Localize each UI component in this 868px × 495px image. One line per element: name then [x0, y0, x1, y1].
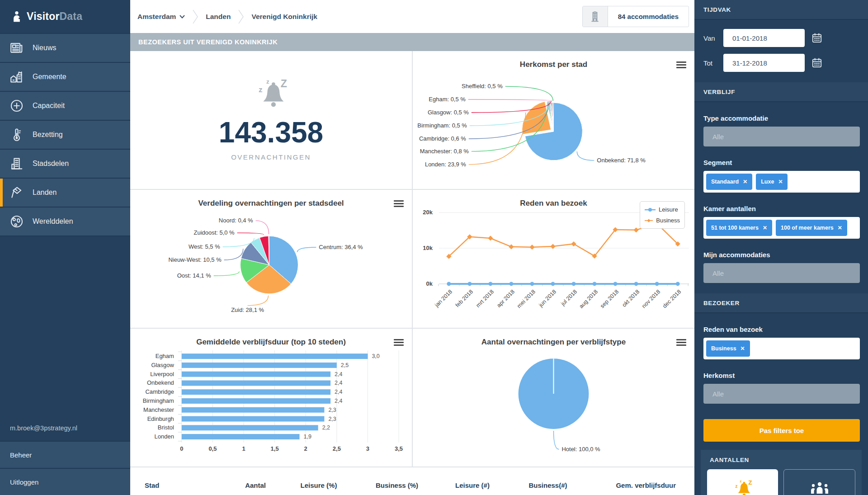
kpi-value: 143.358: [219, 118, 323, 147]
sidebar-item-label: Capaciteit: [33, 102, 65, 110]
svg-text:nov 2018: nov 2018: [641, 288, 661, 309]
breadcrumb-country: Verenigd Koninkrijk: [251, 13, 317, 21]
chart-card-stadsdeel: Verdeling overnachtingen per stadsdeel C…: [130, 190, 412, 328]
chip-remove-icon[interactable]: ✕: [743, 179, 747, 185]
breadcrumb-separator-icon: [192, 9, 198, 24]
kpi-label: OVERNACHTINGEN: [231, 153, 311, 161]
reden-van-bezoek-select[interactable]: Business✕: [703, 338, 860, 359]
svg-text:Noord: 0,4 %: Noord: 0,4 %: [219, 217, 253, 224]
dashboard-grid: z z Z 143.358 OVERNACHTINGEN Herkomst pe…: [130, 51, 694, 495]
filter-label-mijn: Mijn accommodaties: [703, 251, 860, 259]
herkomst-select[interactable]: Alle: [703, 384, 860, 404]
table-header-leisure-pct: Leisure (%): [292, 481, 346, 489]
svg-text:okt 2018: okt 2018: [621, 288, 641, 308]
plus-circle-icon: [9, 98, 24, 113]
segment-select[interactable]: Standaard✕ Luxe✕: [703, 171, 860, 193]
svg-text:jan 2018: jan 2018: [434, 288, 453, 308]
table-header-leisure-num: Leisure (#): [445, 481, 500, 489]
svg-text:Londen: Londen: [155, 433, 174, 440]
chip-remove-icon[interactable]: ✕: [838, 225, 842, 231]
svg-text:z: z: [266, 78, 269, 85]
aantallen-panel: AANTALLEN z z Z: [701, 450, 862, 495]
newspaper-icon: [9, 40, 24, 56]
filter-chip-51-100[interactable]: 51 tot 100 kamers✕: [706, 220, 772, 236]
calendar-icon[interactable]: [811, 32, 823, 44]
svg-text:Onbekend: Onbekend: [147, 379, 174, 386]
sidebar-footer: m.broek@3pstrategy.nl Beheer Uitloggen: [0, 415, 130, 495]
svg-text:2,4: 2,4: [335, 371, 342, 377]
sleeping-bell-icon: z z Z: [251, 76, 291, 112]
kamer-aantallen-select[interactable]: 51 tot 100 kamers✕ 100 of meer kamers✕: [703, 217, 860, 239]
svg-text:2,4: 2,4: [335, 380, 342, 386]
apply-filters-button[interactable]: Pas filters toe: [703, 419, 860, 442]
sidebar-item-beheer[interactable]: Beheer: [0, 441, 130, 468]
verblijfstype-pie-chart: Hotel: 100,0 %: [413, 329, 694, 467]
filter-chip-business[interactable]: Business✕: [706, 340, 750, 357]
table-header-stad: Stad: [145, 481, 160, 489]
building-icon: [9, 156, 24, 171]
svg-text:10k: 10k: [423, 245, 433, 251]
herkomst-pie-chart: Onbekend: 71,8 %Londen: 23,9 %Manchester…: [413, 51, 694, 189]
calendar-icon[interactable]: [811, 57, 823, 69]
page-title: BEZOEKERS UIT VERENIGD KONINKRIJK: [130, 33, 694, 51]
people-icon: [809, 481, 830, 495]
sidebar-item-bezetting[interactable]: Bezetting: [0, 121, 130, 150]
type-accommodatie-select[interactable]: Alle: [703, 127, 860, 146]
thermometer-icon: [9, 127, 24, 142]
svg-text:2,5: 2,5: [333, 445, 341, 452]
data-table-header: Stad Aantal Leisure (%) Business (%) Lei…: [130, 467, 694, 495]
svg-text:jun 2018: jun 2018: [538, 288, 557, 308]
table-header-business-num: Business(#): [521, 481, 575, 489]
chip-remove-icon[interactable]: ✕: [763, 225, 767, 231]
svg-text:Liverpool: Liverpool: [150, 371, 174, 377]
chart-card-herkomst-per-stad: Herkomst per stad Onbekend: 71,8 %Londen…: [413, 51, 694, 189]
svg-text:mei 2018: mei 2018: [516, 288, 537, 309]
filter-chip-standaard[interactable]: Standaard✕: [706, 174, 752, 190]
sidebar-item-werelddelen[interactable]: Werelddelen: [0, 207, 130, 236]
sidebar-item-capaciteit[interactable]: Capaciteit: [0, 92, 130, 121]
breadcrumb-landen[interactable]: Landen: [206, 13, 231, 21]
date-to-input[interactable]: [723, 54, 805, 72]
sidebar-item-landen[interactable]: Landen: [0, 179, 130, 207]
sidebar-item-gemeente[interactable]: Gemeente: [0, 63, 130, 92]
globe-icon: [9, 214, 24, 229]
user-email: m.broek@3pstrategy.nl: [0, 415, 130, 441]
svg-text:jul 2018: jul 2018: [560, 288, 579, 307]
overnachtingen-toggle-button[interactable]: z z Z: [707, 469, 778, 495]
mijn-accommodaties-select[interactable]: Alle: [703, 263, 860, 283]
chip-remove-icon[interactable]: ✕: [778, 179, 783, 185]
main-area: Amsterdam Landen Verenigd Koninkrijk: [130, 0, 694, 495]
bezoekers-toggle-button[interactable]: [783, 469, 855, 495]
sidebar-item-stadsdelen[interactable]: Stadsdelen: [0, 150, 130, 179]
svg-text:Z: Z: [748, 479, 752, 486]
date-from-input[interactable]: [723, 29, 805, 47]
svg-text:sep 2018: sep 2018: [599, 288, 620, 309]
brand-name: VisitorData: [27, 10, 82, 23]
chip-remove-icon[interactable]: ✕: [741, 345, 745, 352]
section-header-bezoeker: BEZOEKER: [694, 293, 868, 313]
app-logo[interactable]: VisitorData: [0, 0, 130, 33]
filter-chip-luxe[interactable]: Luxe✕: [756, 174, 788, 190]
legend-item-business[interactable]: Business: [645, 217, 680, 224]
svg-text:Manchester: 0,8 %: Manchester: 0,8 %: [420, 148, 469, 155]
svg-text:Zuidoost: 5,0 %: Zuidoost: 5,0 %: [194, 229, 235, 236]
filter-label-kamer: Kamer aantallen: [703, 205, 860, 212]
svg-text:Birmingham: 0,5 %: Birmingham: 0,5 %: [417, 122, 467, 129]
sidebar-item-nieuws[interactable]: Nieuws: [0, 34, 130, 63]
table-header-verblijfsduur: Gem. verblijfsduur: [613, 481, 676, 489]
svg-text:feb 2018: feb 2018: [454, 288, 474, 308]
svg-text:Edinburgh: Edinburgh: [147, 415, 174, 422]
sleeping-bell-icon: z z Z: [731, 478, 755, 495]
filter-chip-100-plus[interactable]: 100 of meer kamers✕: [776, 220, 847, 236]
filter-label-reden: Reden van bezoek: [703, 325, 860, 333]
svg-text:Zuid: 28,1 %: Zuid: 28,1 %: [231, 306, 264, 313]
verblijfsduur-bar-chart: 00,511,522,533,5Egham3,0Glasgow2,5Liverp…: [130, 329, 412, 467]
breadcrumb-city-selector[interactable]: Amsterdam: [137, 13, 185, 21]
svg-text:3,5: 3,5: [395, 445, 403, 452]
legend-item-leisure[interactable]: Leisure: [645, 206, 680, 213]
stadsdeel-pie-chart: Centrum: 36,4 %Zuid: 28,1 %Oost: 14,1 %N…: [130, 190, 412, 328]
sidebar-item-label: Gemeente: [33, 73, 66, 81]
sidebar-item-uitloggen[interactable]: Uitloggen: [0, 468, 130, 495]
svg-text:2,4: 2,4: [335, 389, 342, 395]
kpi-card-overnachtingen: z z Z 143.358 OVERNACHTINGEN: [130, 51, 412, 189]
